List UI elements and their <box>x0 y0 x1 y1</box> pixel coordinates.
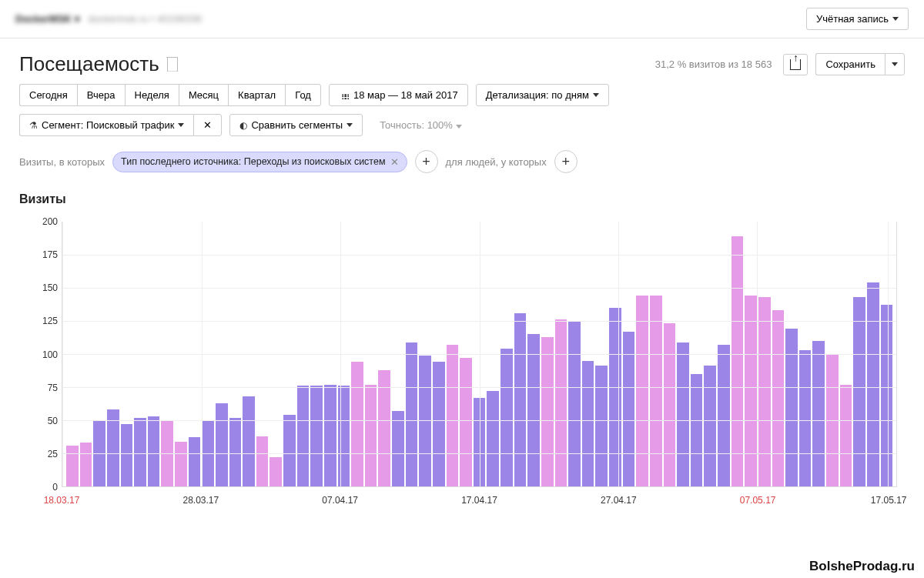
chart-bar[interactable] <box>392 411 404 486</box>
detail-button[interactable]: Детализация: по дням <box>476 84 609 106</box>
y-tick: 50 <box>27 416 58 426</box>
x-tick: 17.04.17 <box>461 495 497 506</box>
period-button[interactable]: Сегодня <box>19 84 77 106</box>
chart-bar[interactable] <box>487 391 499 486</box>
chart-bar[interactable] <box>500 349 513 486</box>
chart-bar[interactable] <box>297 386 310 486</box>
chart-bar[interactable] <box>840 385 852 486</box>
period-button[interactable]: Вчера <box>77 84 125 106</box>
chevron-down-icon <box>178 123 184 127</box>
chart-bar[interactable] <box>527 334 540 486</box>
y-tick: 150 <box>27 282 58 293</box>
stats-summary: 31,2 % визитов из 18 563 <box>655 58 772 70</box>
chart-bar[interactable] <box>107 409 119 486</box>
chart-bar[interactable] <box>514 313 527 486</box>
add-people-filter-button[interactable]: + <box>554 150 578 173</box>
chart: 0255075100125150175200 18.03.1728.03.170… <box>62 222 897 514</box>
filter-row-2: Сегмент: Поисковый трафик ✕ Сравнить сег… <box>0 114 924 144</box>
chart-bar[interactable] <box>433 362 445 486</box>
watermark: BolsheProdag.ru <box>809 559 915 574</box>
chart-bar[interactable] <box>243 396 255 486</box>
chart-bar[interactable] <box>664 323 676 486</box>
chart-bar[interactable] <box>555 319 567 486</box>
chart-bar[interactable] <box>718 345 730 486</box>
chart-bar[interactable] <box>745 296 757 486</box>
account-button[interactable]: Учётная запись <box>806 8 909 30</box>
chart-bar[interactable] <box>785 329 798 486</box>
chart-bar[interactable] <box>704 366 716 486</box>
chart-bar[interactable] <box>310 386 323 486</box>
chart-bar[interactable] <box>338 386 350 486</box>
topbar: DockerMSK ▾ dockermsk.ru • 40199336 Учёт… <box>0 0 924 38</box>
chart-bar[interactable] <box>351 362 363 486</box>
chart-bar[interactable] <box>853 297 865 486</box>
chart-bar[interactable] <box>283 415 296 486</box>
x-axis: 18.03.1728.03.1707.04.1717.04.1727.04.17… <box>62 491 897 514</box>
chart-bar[interactable] <box>175 442 187 486</box>
x-tick: 18.03.17 <box>44 495 80 506</box>
titlebar: Посещаемость 31,2 % визитов из 18 563 Со… <box>0 38 924 84</box>
chart-bar[interactable] <box>595 366 608 486</box>
chart-bar[interactable] <box>758 297 771 486</box>
x-tick: 17.05.17 <box>871 495 907 506</box>
bookmark-icon[interactable] <box>167 58 178 72</box>
chart-bar[interactable] <box>189 437 201 486</box>
chart-bar[interactable] <box>799 350 812 486</box>
chart-bar[interactable] <box>650 296 662 486</box>
share-button[interactable] <box>783 54 808 75</box>
chart-bar[interactable] <box>881 305 893 486</box>
chart-section: Визиты 0255075100125150175200 18.03.1728… <box>0 185 924 522</box>
y-tick: 175 <box>27 249 58 260</box>
chart-bar[interactable] <box>365 385 377 486</box>
chart-bar[interactable] <box>216 403 228 486</box>
chart-bar[interactable] <box>582 361 594 486</box>
segment-tag[interactable]: Тип последнего источника: Переходы из по… <box>112 152 407 172</box>
close-icon[interactable]: ✕ <box>390 156 399 168</box>
chart-bar[interactable] <box>148 416 160 486</box>
chart-bar[interactable] <box>270 457 282 486</box>
chart-bar[interactable] <box>324 385 336 486</box>
add-visit-filter-button[interactable]: + <box>415 150 438 173</box>
compare-button[interactable]: Сравнить сегменты <box>229 114 363 136</box>
period-button[interactable]: Месяц <box>179 84 228 106</box>
chart-bar[interactable] <box>867 282 879 486</box>
chart-bar[interactable] <box>636 296 648 486</box>
date-range-label: 18 мар — 18 май 2017 <box>353 89 458 101</box>
segment-clear-button[interactable]: ✕ <box>193 114 222 136</box>
x-tick: 28.03.17 <box>183 495 219 506</box>
chart-bar[interactable] <box>460 358 472 486</box>
y-tick: 0 <box>27 482 58 493</box>
chart-bar[interactable] <box>772 310 785 486</box>
chart-bar[interactable] <box>80 443 92 486</box>
detail-label: Детализация: по дням <box>486 89 589 101</box>
save-button[interactable]: Сохранить <box>815 53 885 75</box>
compare-icon <box>239 119 247 131</box>
chart-bar[interactable] <box>447 345 459 486</box>
segment-button[interactable]: Сегмент: Поисковый трафик <box>19 114 193 136</box>
y-tick: 100 <box>27 349 58 360</box>
chart-bar[interactable] <box>812 341 825 486</box>
chart-bar[interactable] <box>121 424 133 486</box>
chart-bar[interactable] <box>406 342 418 486</box>
y-tick: 125 <box>27 316 58 326</box>
save-dropdown-button[interactable] <box>885 53 905 75</box>
chart-bar[interactable] <box>134 418 146 486</box>
filter-row-1: СегодняВчераНеделяМесяцКварталГод 18 мар… <box>0 84 924 114</box>
segment-tag-label: Тип последнего источника: Переходы из по… <box>121 156 385 167</box>
precision-selector[interactable]: Точность: 100% <box>370 115 470 135</box>
period-button[interactable]: Неделя <box>125 84 179 106</box>
period-button[interactable]: Квартал <box>228 84 285 106</box>
chart-bar[interactable] <box>229 418 242 486</box>
chart-bar[interactable] <box>541 337 554 486</box>
chart-bar[interactable] <box>677 342 689 486</box>
chart-bar[interactable] <box>66 446 79 486</box>
period-button[interactable]: Год <box>285 84 321 106</box>
chart-bar[interactable] <box>609 308 621 486</box>
y-tick: 25 <box>27 449 58 459</box>
chart-bar[interactable] <box>568 321 581 486</box>
chart-bar[interactable] <box>691 374 703 486</box>
chart-bar[interactable] <box>256 436 269 486</box>
chart-bar[interactable] <box>732 236 744 486</box>
segment-label: Сегмент: Поисковый трафик <box>42 119 174 131</box>
date-range-button[interactable]: 18 мар — 18 май 2017 <box>329 84 468 106</box>
